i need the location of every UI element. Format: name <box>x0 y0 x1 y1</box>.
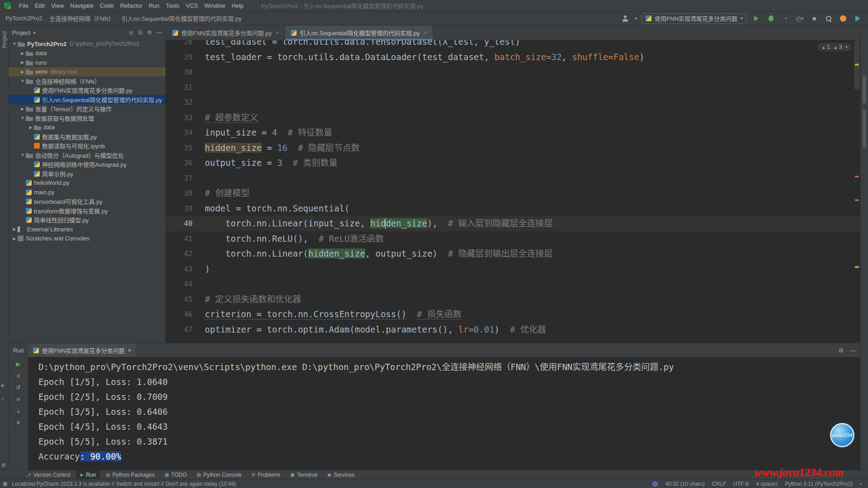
layout-icon[interactable]: ▦ <box>3 481 7 487</box>
tree-item[interactable]: 数据读取与可视化.ipynb <box>9 141 165 151</box>
tree-item[interactable]: 简单示例.py <box>9 169 165 178</box>
menu-item-vcs[interactable]: VCS <box>183 1 201 11</box>
whats-new-icon[interactable] <box>838 14 848 23</box>
code-line[interactable]: 31 <box>166 80 860 95</box>
run-stripe-icon[interactable]: ▶ <box>1 383 5 388</box>
line-number[interactable]: 35 <box>166 141 205 156</box>
inspections-widget[interactable]: 1 3 ▾ <box>818 43 851 51</box>
scroll-to-end-button[interactable]: ≡ <box>17 396 20 403</box>
line-number[interactable]: 40 <box>166 216 205 231</box>
structure-stripe-icon[interactable]: ▦ <box>1 462 5 467</box>
tree-item[interactable]: ▼全连接神经网络（FNN） <box>9 76 165 86</box>
tree-item[interactable]: 使用FNN实现鸢尾花多分类问题.py <box>9 86 165 95</box>
toolwindow-button-problems[interactable]: ⊘Problems <box>247 470 284 479</box>
stop-button[interactable]: ■ <box>809 14 819 23</box>
tree-item[interactable]: ▼自动微分（Autograd）与模型优化 <box>9 150 165 160</box>
line-number[interactable]: 31 <box>166 80 205 95</box>
code-line[interactable]: 37 <box>166 171 860 186</box>
indent-setting[interactable]: 4 spaces <box>756 481 778 487</box>
chevron-icon[interactable]: ▼ <box>19 116 26 120</box>
toolwindow-button-python-console[interactable]: ▧Python Console <box>193 470 245 479</box>
tree-item[interactable]: 简单线性回归模型.py <box>9 216 165 225</box>
tree-item[interactable]: ▼数据获取与数据预处理 <box>9 113 165 123</box>
chevron-icon[interactable]: ▼ <box>11 42 18 46</box>
tree-item[interactable]: ▶runs <box>9 58 165 67</box>
close-icon[interactable]: × <box>424 29 428 36</box>
chevron-icon[interactable]: ▶ <box>19 51 26 56</box>
chevron-down-icon[interactable]: ▾ <box>635 16 637 21</box>
code-line[interactable]: 46criterion = torch.nn.CrossEntropyLoss(… <box>166 307 860 322</box>
line-number[interactable]: 41 <box>166 231 205 247</box>
settings-gear-icon[interactable]: ⚙ <box>838 347 844 354</box>
line-number[interactable]: 33 <box>166 110 205 126</box>
chevron-icon[interactable]: ▶ <box>11 227 18 231</box>
line-number[interactable]: 43 <box>166 262 205 277</box>
code-line[interactable]: 47optimizer = torch.optim.Adam(model.par… <box>166 322 860 338</box>
line-number[interactable]: 39 <box>166 201 205 216</box>
stripe-warning-mark[interactable] <box>855 64 859 66</box>
chevron-icon[interactable]: ▶ <box>19 107 26 111</box>
right-strip-tab[interactable] <box>863 110 866 148</box>
line-number[interactable]: 32 <box>166 95 205 110</box>
run-tab[interactable]: 使用FNN实现鸢尾花多分类问题 × <box>28 344 136 357</box>
line-number[interactable]: 44 <box>166 277 205 292</box>
tree-item[interactable]: ▶data <box>9 49 165 58</box>
code-line[interactable]: 40 torch.nn.Linear(input_size, hidden_si… <box>166 216 860 231</box>
tree-item[interactable]: helloWorld.py <box>9 178 165 188</box>
code-line[interactable]: 32 <box>166 95 860 110</box>
line-separator[interactable]: CRLF <box>712 481 726 487</box>
tree-item[interactable]: ▼PyTorch2Pro2D:\python_pro\PyTorch2Pro2 <box>9 39 165 49</box>
print-button[interactable]: ⇣ <box>16 408 21 414</box>
run-console[interactable]: D:\python_pro\PyTorch2Pro2\venv\Scripts\… <box>28 357 860 470</box>
tree-item[interactable]: ▶venvlibrary root <box>9 67 165 77</box>
typo-count[interactable]: 3 <box>834 44 842 50</box>
learn-icon[interactable] <box>853 14 863 23</box>
toolwindow-button-version-control[interactable]: ⎇Version Control <box>22 470 75 479</box>
right-strip-tab[interactable] <box>863 75 866 103</box>
breadcrumb-item[interactable]: PyTorch2Pro2 <box>5 15 42 22</box>
chevron-icon[interactable]: ▼ <box>19 79 26 83</box>
debug-button[interactable] <box>766 14 776 23</box>
line-number[interactable]: 30 <box>166 65 205 80</box>
grid-stripe-icon[interactable]: ⌗ <box>1 396 4 402</box>
chevron-icon[interactable]: ▶ <box>11 236 18 241</box>
menu-item-help[interactable]: Help <box>228 1 247 11</box>
stripe-error-mark[interactable] <box>855 199 859 201</box>
chevron-down-icon[interactable]: ▾ <box>33 30 35 35</box>
chevron-down-icon[interactable]: ▾ <box>845 45 848 49</box>
hide-panel-icon[interactable]: — <box>156 29 162 36</box>
lock-icon[interactable]: ▪ <box>860 481 862 487</box>
hide-panel-icon[interactable]: — <box>850 347 856 354</box>
code-line[interactable]: 33# 超参数定义 <box>166 110 860 126</box>
tree-item[interactable]: 数据集与数据加载.py <box>9 132 165 141</box>
code-line[interactable]: 39model = torch.nn.Sequential( <box>166 201 860 216</box>
stripe-error-mark[interactable] <box>855 176 859 178</box>
stop-button[interactable]: ■ <box>17 372 20 379</box>
tree-item[interactable]: ▶张量（Tensor）的定义与操作 <box>9 104 165 114</box>
code-line[interactable]: 44 <box>166 277 860 292</box>
line-number[interactable]: 28 <box>166 40 205 50</box>
tree-item[interactable]: ▶data <box>9 123 165 132</box>
line-number[interactable]: 37 <box>166 171 205 186</box>
line-number[interactable]: 45 <box>166 292 205 307</box>
menu-item-refactor[interactable]: Refactor <box>117 1 146 11</box>
code-line[interactable]: 45# 定义损失函数和优化器 <box>166 292 860 307</box>
close-icon[interactable]: × <box>128 347 132 354</box>
line-number[interactable]: 38 <box>166 186 205 201</box>
menu-item-window[interactable]: Window <box>201 1 228 11</box>
rerun-button[interactable]: ▶ <box>16 361 21 367</box>
tree-item[interactable]: main.py <box>9 188 165 197</box>
toolwindow-button-todo[interactable]: ▦TODO <box>160 470 191 479</box>
code-line[interactable]: 30 <box>166 65 860 80</box>
toolwindow-button-python-packages[interactable]: ▤Python Packages <box>102 470 159 479</box>
tree-item[interactable]: ▶Scratches and Consoles <box>9 234 165 244</box>
run-configuration-select[interactable]: 使用FNN实现鸢尾花多分类问题 ▾ <box>642 13 747 24</box>
chevron-icon[interactable]: ▶ <box>28 125 34 130</box>
collapse-all-icon[interactable]: ⊟ <box>138 29 142 36</box>
menu-item-run[interactable]: Run <box>146 1 163 11</box>
code-line[interactable]: 38# 创建模型 <box>166 186 860 201</box>
toolwindow-button-services[interactable]: ◉Services <box>323 470 359 479</box>
menu-item-file[interactable]: File <box>16 1 32 11</box>
restore-layout-button[interactable]: ↺ <box>16 384 21 391</box>
code-line[interactable]: 43) <box>166 262 860 277</box>
